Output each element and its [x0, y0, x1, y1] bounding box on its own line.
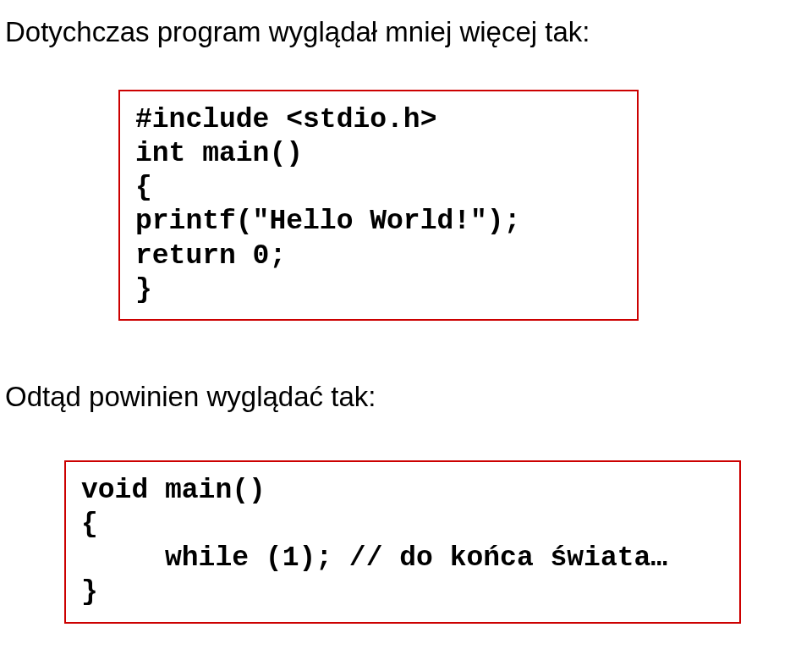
code-block-1-wrapper: #include <stdio.h> int main() { printf("… — [118, 90, 787, 322]
subheading-text: Odtąd powinien wyglądać tak: — [5, 380, 787, 414]
intro-text: Dotychczas program wyglądał mniej więcej… — [5, 15, 787, 49]
code-block-2: void main() { while (1); // do końca świ… — [64, 460, 741, 624]
page: Dotychczas program wyglądał mniej więcej… — [0, 0, 812, 666]
code-block-2-wrapper: void main() { while (1); // do końca świ… — [64, 460, 787, 624]
code-block-1: #include <stdio.h> int main() { printf("… — [118, 90, 639, 322]
